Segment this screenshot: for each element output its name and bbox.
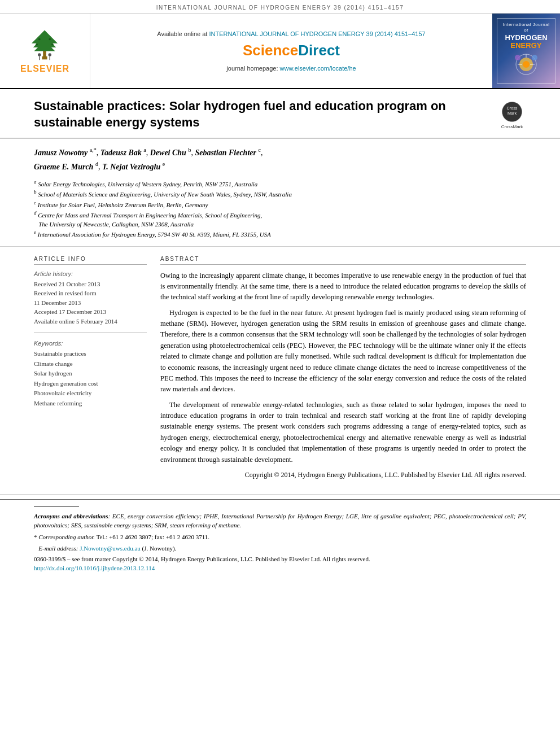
available-online-text: Available online at INTERNATIONAL JOURNA… xyxy=(157,30,425,37)
abstract-header: ABSTRACT xyxy=(160,256,526,265)
keyword-methane: Methane reforming xyxy=(34,399,147,409)
email-name: (J. Nowotny). xyxy=(142,545,177,552)
history-title: Article history: xyxy=(34,270,147,277)
svg-point-9 xyxy=(38,53,41,56)
ijhe-title: HYDROGENENERGY xyxy=(501,34,552,50)
keywords-divider xyxy=(34,333,147,333)
affiliation-b: b School of Materials Science and Engine… xyxy=(34,189,526,199)
author-murch: Graeme E. Murch xyxy=(34,163,93,171)
svg-point-10 xyxy=(49,53,52,56)
affiliation-e: e International Association for Hydrogen… xyxy=(34,229,526,239)
author-murch-sup: d xyxy=(95,161,98,167)
abstract-column: ABSTRACT Owing to the increasingly appar… xyxy=(160,256,526,485)
article-title-section: Sustainable practices: Solar hydrogen fu… xyxy=(0,89,560,138)
affiliation-d: d Centre for Mass and Thermal Transport … xyxy=(34,209,526,229)
author-bak: Tadeusz Bak xyxy=(100,148,142,156)
direct-label: Direct xyxy=(298,42,340,59)
svg-text:Cross: Cross xyxy=(507,106,518,111)
authors-line: Janusz Nowotny a,*, Tadeusz Bak a, Dewei… xyxy=(34,145,526,174)
doi-line: http://dx.doi.org/10.1016/j.ijhydene.201… xyxy=(34,563,526,573)
journal-homepage: journal homepage: www.elsevier.com/locat… xyxy=(226,65,356,72)
author-veziroglu: T. Nejat Veziroglu xyxy=(102,163,160,171)
homepage-link[interactable]: www.elsevier.com/locate/he xyxy=(280,65,356,72)
abstract-para-2: Hydrogen is expected to be the fuel in t… xyxy=(160,308,526,395)
sciencedirect-logo: ScienceDirect xyxy=(243,42,340,59)
sciencedirect-url[interactable]: INTERNATIONAL JOURNAL OF HYDROGEN ENERGY… xyxy=(209,30,425,37)
ijhe-full-name: International Journal of xyxy=(501,22,552,34)
svg-point-16 xyxy=(515,55,520,60)
history-accepted: Accepted 17 December 2013 xyxy=(34,307,147,317)
svg-point-5 xyxy=(38,38,41,41)
keyword-pv: Photovoltaic electricity xyxy=(34,388,147,399)
elsevier-wordmark: ELSEVIER xyxy=(20,64,69,74)
author-bak-sup: a xyxy=(143,147,146,153)
crossmark-area: Cross Mark CrossMark xyxy=(498,101,526,129)
issn-line: 0360-3199/$ – see front matter Copyright… xyxy=(34,556,526,562)
authors-section: Janusz Nowotny a,*, Tadeusz Bak a, Dewei… xyxy=(0,138,560,247)
email-footnote: E-mail address: J.Nowotny@uws.edu.au (J.… xyxy=(34,544,526,553)
author-chu-sup: b xyxy=(188,147,191,153)
abstract-para-3: The development of renewable energy-rela… xyxy=(160,400,526,465)
history-received: Received 21 October 2013 xyxy=(34,279,147,289)
author-nowotny-sup: a,* xyxy=(90,147,97,153)
journal-cover-graphic xyxy=(506,52,546,77)
history-revised-label: Received in revised form xyxy=(34,289,147,298)
footer-divider xyxy=(34,506,79,507)
copyright-line: Copyright © 2014, Hydrogen Energy Public… xyxy=(160,470,526,480)
doi-link[interactable]: http://dx.doi.org/10.1016/j.ijhydene.201… xyxy=(34,565,155,571)
keywords-title: Keywords: xyxy=(34,340,147,347)
history-available: Available online 5 February 2014 xyxy=(34,317,147,326)
article-history: Article history: Received 21 October 201… xyxy=(34,270,147,326)
abstract-text: Owing to the increasingly apparent clima… xyxy=(160,270,526,480)
keyword-sustainable: Sustainable practices xyxy=(34,349,147,359)
abstract-para-1: Owing to the increasingly apparent clima… xyxy=(160,270,526,303)
crossmark-label: CrossMark xyxy=(501,124,523,129)
keyword-cost: Hydrogen generation cost xyxy=(34,379,147,389)
affiliation-a: a Solar Energy Technologies, University … xyxy=(34,178,526,189)
sciencedirect-area: Available online at INTERNATIONAL JOURNA… xyxy=(90,14,492,88)
corresponding-footnote: * Corresponding author. Tel.: +61 2 4620… xyxy=(34,532,526,542)
email-link[interactable]: J.Nowotny@uws.edu.au xyxy=(80,545,141,552)
article-info-column: ARTICLE INFO Article history: Received 2… xyxy=(34,256,147,485)
svg-point-15 xyxy=(523,61,530,68)
keyword-climate: Climate change xyxy=(34,359,147,369)
journal-header: INTERNATIONAL JOURNAL OF HYDROGEN ENERGY… xyxy=(0,0,560,14)
keywords-section: Keywords: Sustainable practices Climate … xyxy=(34,340,147,409)
affiliations: a Solar Energy Technologies, University … xyxy=(34,178,526,239)
author-chu: Dewei Chu xyxy=(150,148,186,156)
article-info-header: ARTICLE INFO xyxy=(34,256,147,265)
article-title: Sustainable practices: Solar hydrogen fu… xyxy=(34,98,498,130)
svg-text:Mark: Mark xyxy=(508,111,517,116)
svg-point-6 xyxy=(49,38,51,41)
history-revised-date: 11 December 2013 xyxy=(34,298,147,308)
elsevier-tree-icon xyxy=(22,28,67,62)
journal-cover: International Journal of HYDROGENENERGY xyxy=(492,14,560,88)
crossmark-icon: Cross Mark xyxy=(501,101,523,123)
science-label: Science xyxy=(243,42,298,59)
svg-point-17 xyxy=(532,55,537,60)
keyword-solar: Solar hydrogen xyxy=(34,369,147,379)
author-fiechter: Sebastian Fiechter xyxy=(195,148,256,156)
svg-point-8 xyxy=(51,43,54,46)
elsevier-logo-area: ELSEVIER xyxy=(0,14,90,88)
author-veziroglu-sup: e xyxy=(163,161,165,167)
svg-point-7 xyxy=(36,43,38,46)
author-fiechter-sup: c xyxy=(258,147,260,153)
author-nowotny: Janusz Nowotny xyxy=(34,148,88,156)
acronyms-footnote: Acronyms and abbreviations: ECE, energy … xyxy=(34,512,526,530)
banner: ELSEVIER Available online at INTERNATION… xyxy=(0,14,560,89)
affiliation-c: c Institute for Solar Fuel, Helmholtz Ze… xyxy=(34,199,526,209)
footer-section: Acronyms and abbreviations: ECE, energy … xyxy=(0,499,560,579)
article-body: ARTICLE INFO Article history: Received 2… xyxy=(0,247,560,495)
